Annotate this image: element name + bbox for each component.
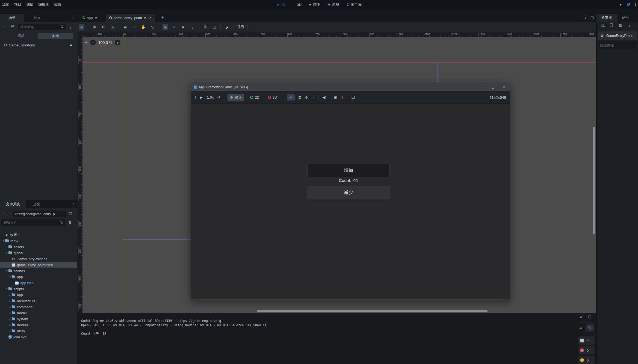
game-window-titlebar[interactable]: MyGFrameworkGame (DEBUG) – ▢ ✕ <box>191 83 510 91</box>
input-mode-button[interactable]: ✜ 输入 <box>228 94 244 101</box>
menu-项目[interactable]: 项目 <box>14 2 21 7</box>
minimize-button[interactable]: – <box>482 85 484 89</box>
chevron-down-icon[interactable]: ▾ <box>5 288 8 290</box>
restart-game-icon[interactable]: ↺ <box>627 2 630 7</box>
snap-menu-button[interactable]: ⋮ <box>190 25 195 29</box>
instance-scene-button[interactable]: ∞ <box>11 23 14 28</box>
inspector-tab-节点[interactable]: 节点 <box>634 14 638 22</box>
warnings-badge[interactable]: !0 <box>578 356 595 364</box>
fs-item-model[interactable]: ▸model <box>0 310 77 316</box>
chevron-down-icon[interactable]: ▾ <box>5 270 8 272</box>
2d-view-button[interactable]: ⇗2D <box>276 3 285 7</box>
menu-场景[interactable]: 场景 <box>2 2 9 7</box>
zoom-level[interactable]: 100.0 % <box>98 40 112 45</box>
errors-badge[interactable]: ✕0 <box>578 346 595 354</box>
ruler-tool-button[interactable]: ◺ <box>150 25 155 29</box>
next-frame-icon[interactable]: ▶| <box>200 95 203 99</box>
close-button[interactable]: ✕ <box>502 85 505 89</box>
scene-tabs-menu-icon[interactable]: ⋮ <box>583 15 587 20</box>
fs-path-input[interactable]: res://global/game_entry_p <box>13 211 66 217</box>
fs-forward-icon[interactable]: › <box>8 211 10 215</box>
time-scale-value[interactable]: 1.0x <box>207 95 214 99</box>
script-icon[interactable]: ≣ <box>70 43 72 47</box>
fs-item-res[interactable]: ▾res:// <box>0 238 77 244</box>
add-node-button[interactable]: + <box>3 23 5 28</box>
messages-badge[interactable]: !4 <box>578 336 595 345</box>
scene-tab-game_entry_point[interactable]: game_entry_point≣✕ <box>106 14 155 22</box>
reset-time-scale-icon[interactable]: ↺ <box>217 95 220 99</box>
inspector-tab-信号[interactable]: 信号 <box>617 14 634 22</box>
clear-output-icon[interactable]: ✐ <box>580 315 583 319</box>
fs-item-assets[interactable]: assets <box>0 244 77 250</box>
list-select-button[interactable]: ≣ <box>123 25 128 29</box>
fs-item-command[interactable]: ▸command <box>0 304 77 310</box>
game-view-button[interactable]: ✜游戏 <box>327 2 339 7</box>
dock-menu-icon[interactable]: ⋮ <box>72 15 76 20</box>
scene-tree-node-gameentrypoint[interactable]: GameEntryPoint ≣ <box>0 42 77 48</box>
group-button[interactable]: ❑ <box>211 25 217 29</box>
canvas-horizontal-scrollbar[interactable] <box>257 310 488 312</box>
sort-files-icon[interactable]: ⇅ <box>69 220 72 224</box>
inspected-object-row[interactable]: ⚙ GameEntryPoint. <box>598 31 637 40</box>
skeleton-button[interactable] <box>224 25 230 29</box>
scene-panel-menu-icon[interactable]: ⋮ <box>69 25 73 29</box>
filter-nodes-input[interactable]: 筛选节点 <box>18 24 66 30</box>
game-debug-window[interactable]: MyGFrameworkGame (DEBUG) – ▢ ✕ ‖ ▶| 1.0x… <box>191 83 510 300</box>
menu-编辑器[interactable]: 编辑器 <box>38 2 49 7</box>
fs-item-app[interactable]: ▸app <box>0 292 77 298</box>
fs-item-architecture[interactable]: ▸architecture <box>0 298 77 304</box>
chevron-right-icon[interactable]: ▸ <box>8 312 12 314</box>
fs-menu-icon[interactable]: ⋮ <box>72 202 76 207</box>
lock-button[interactable] <box>202 25 208 29</box>
canvas-vertical-scrollbar[interactable] <box>593 127 595 234</box>
save-resource-icon[interactable]: ▦ <box>619 23 622 27</box>
dock-tab-导入[interactable]: 导入 <box>25 14 49 22</box>
split-view-icon[interactable]: ▢ <box>69 211 72 215</box>
fs-item-GameEntryPoint.cs[interactable]: ⚙GameEntryPoint.cs <box>0 256 77 262</box>
new-resource-icon[interactable]: ▤+ <box>601 23 604 27</box>
fs-item-icon.svg[interactable]: icon.svg <box>0 334 77 340</box>
fs-item-global[interactable]: ▾global <box>0 250 77 256</box>
fs-back-icon[interactable]: ‹ <box>3 211 4 215</box>
movie-maker-icon[interactable]: ▣ <box>333 95 337 99</box>
local-toggle[interactable]: 本地 <box>38 33 73 39</box>
filter-properties-input[interactable]: 筛选属性 <box>598 42 637 49</box>
script-icon[interactable]: ≣ <box>144 16 146 20</box>
script-icon[interactable]: ≣ <box>94 16 97 20</box>
remote-toggle[interactable]: 远程 <box>4 33 38 39</box>
center-view-icon[interactable]: ⊹ <box>85 40 88 45</box>
snap-options-button[interactable]: ∩ <box>172 25 177 29</box>
fs-tab-历史[interactable]: 历史 <box>27 200 46 208</box>
maximize-button[interactable]: ▢ <box>492 85 495 89</box>
menu-调试[interactable]: 调试 <box>26 2 33 7</box>
select-tool-button[interactable]: ➤ <box>79 24 84 30</box>
chevron-down-icon[interactable]: ▾ <box>8 276 12 278</box>
chevron-right-icon[interactable]: ▸ <box>8 294 12 296</box>
fullscreen-icon[interactable]: ❏ <box>352 95 355 99</box>
fs-tab-文件系统[interactable]: 文件系统 <box>0 200 26 208</box>
game-select-tool-button[interactable]: ➤ <box>287 94 295 100</box>
chevron-right-icon[interactable]: ▸ <box>8 324 12 326</box>
load-resource-icon[interactable]: ❐ <box>610 23 613 27</box>
suspend-icon[interactable]: ‖ <box>195 95 196 99</box>
2d-debug-button[interactable]: 2D <box>248 94 262 100</box>
fs-item-app[interactable]: ▾app <box>0 274 77 280</box>
new-scene-tab-button[interactable]: + <box>161 15 164 20</box>
game-camera-icon[interactable]: ⊙ <box>305 95 308 99</box>
chevron-right-icon[interactable]: ▸ <box>8 330 12 332</box>
search-output-button[interactable] <box>586 324 594 332</box>
zoom-in-button[interactable]: + <box>115 40 120 45</box>
fs-item-utility[interactable]: ▸utility <box>0 328 77 334</box>
fs-item-app.tscn[interactable]: app.tscn <box>0 280 77 286</box>
collapse-duplicates-icon[interactable]: ≣ <box>579 326 582 330</box>
game-list-select-icon[interactable]: ≣ <box>298 95 301 99</box>
move-tool-button[interactable]: ✥ <box>92 25 97 29</box>
rotate-tool-button[interactable]: ⟳ <box>101 25 106 29</box>
increase-button[interactable]: 增加 <box>308 164 389 177</box>
scene-tab-app[interactable]: app≣ <box>79 14 101 22</box>
3d-debug-button[interactable]: 3D <box>265 94 280 100</box>
close-tab-icon[interactable]: ✕ <box>149 16 152 20</box>
fs-item-system[interactable]: ▸system <box>0 316 77 322</box>
fs-item-module[interactable]: ▸module <box>0 322 77 328</box>
pause-game-icon[interactable]: ‖ <box>635 2 636 7</box>
